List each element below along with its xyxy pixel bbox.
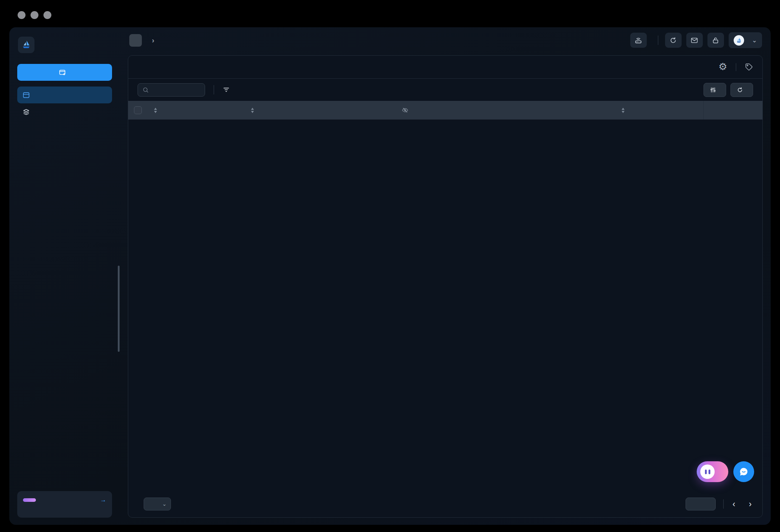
search-input[interactable] [152,86,200,93]
column-other [704,101,757,120]
table-footer: ⌄ ‹ › [128,491,762,517]
account-avatar [734,35,744,46]
create-profile-button[interactable] [17,64,112,81]
sync-icon [669,36,677,45]
plan-card [17,491,112,518]
sidebar [9,27,120,525]
layers-icon [22,108,30,116]
global-proxy-button[interactable] [630,33,651,48]
unlock-icon [711,36,720,45]
app-window: › [9,27,771,525]
divider [214,85,214,94]
prev-page-button[interactable]: ‹ [731,499,737,509]
window-controls[interactable] [18,11,51,19]
display-button[interactable] [704,83,726,97]
divider [723,499,724,509]
chevron-right-icon: › [152,36,154,45]
app-logo [17,37,112,53]
router-icon[interactable] [630,33,647,48]
chevron-down-icon: ⌄ [752,37,757,44]
refresh-icon [737,87,743,93]
page-size-select[interactable]: ⌄ [144,498,171,510]
sort-icon[interactable] [154,108,157,113]
profiles-panel: ⌄ ‹ › [128,55,763,518]
column-last-open[interactable] [607,108,704,113]
divider [736,63,736,71]
sidebar-item-projects[interactable] [17,103,112,120]
add-filter-button[interactable] [223,86,233,93]
search-icon [142,87,149,93]
sliders-icon [710,87,716,93]
renew-link[interactable] [98,496,106,504]
browser-window-icon [22,91,30,99]
sidebar-scrollbar[interactable] [118,266,120,352]
close-window-button[interactable] [18,11,25,19]
search-input-wrap[interactable] [138,83,205,97]
chat-bubble-icon [738,466,749,477]
arrow-right-icon [100,496,106,504]
chevron-down-icon: ⌄ [162,501,167,507]
sort-icon[interactable] [251,108,254,113]
goto-page-input[interactable] [686,498,716,510]
refresh-button[interactable] [730,83,753,97]
column-profile-name[interactable] [248,108,326,113]
mail-button[interactable] [686,33,703,48]
table-header [128,101,762,120]
mail-icon [690,36,698,45]
filter-icon [223,86,230,93]
workspace-switcher[interactable]: › [129,34,154,47]
next-page-button[interactable]: › [747,499,753,509]
sailboat-logo-icon [18,37,34,53]
account-menu[interactable]: ⌄ [729,32,762,48]
minimize-window-button[interactable] [31,11,38,19]
workspace-badge [129,34,142,47]
lock-button[interactable] [707,33,724,48]
roxy-ai-agent-button[interactable] [697,461,728,482]
divider [658,36,658,45]
plan-badge [23,498,36,502]
robot-face-icon [700,465,715,479]
eye-off-icon[interactable] [401,107,409,114]
column-notes[interactable] [380,107,427,114]
sort-icon[interactable] [622,108,625,113]
tag-manager-icon[interactable] [745,63,753,71]
sidebar-item-profiles[interactable] [17,87,112,103]
support-chat-button[interactable] [733,461,754,482]
maximize-window-button[interactable] [43,11,51,19]
settings-gear-icon[interactable] [719,62,727,72]
sync-refresh-button[interactable] [665,33,682,48]
topbar: › [120,27,771,53]
select-all-checkbox[interactable] [134,106,142,114]
column-serial[interactable] [151,108,180,113]
window-plus-icon [59,69,66,76]
